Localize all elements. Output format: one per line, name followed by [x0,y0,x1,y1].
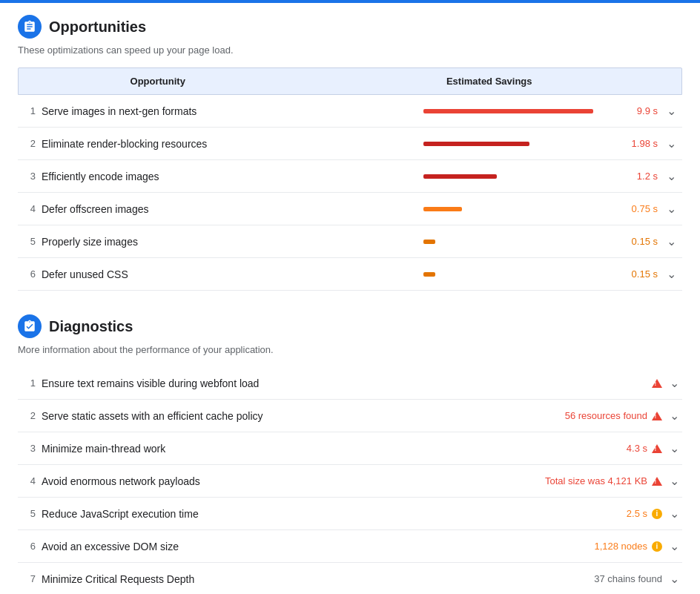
diag-label: Reduce JavaScript execution time [42,508,534,520]
diag-label: Minimize Critical Requests Depth [42,573,534,585]
expand-button[interactable]: ⌄ [667,409,682,423]
info-icon: i [652,509,662,519]
savings-bar-wrap [423,272,616,277]
diag-right: ⌄ [534,376,682,390]
expand-button[interactable]: ⌄ [667,441,682,455]
diag-row: 4 Avoid enormous network payloads Total … [18,465,682,498]
row-savings: 9.9 s ⌄ [294,104,682,118]
diag-row: 5 Reduce JavaScript execution time 2.5 s… [18,498,682,530]
opportunities-header: Opportunities [18,15,682,39]
row-savings: 0.15 s ⌄ [294,234,682,248]
expand-button[interactable]: ⌄ [667,376,682,390]
expand-button[interactable]: ⌄ [667,572,682,586]
diagnostics-subtitle: More information about the performance o… [18,344,682,355]
savings-bar-wrap [423,174,616,179]
row-savings: 1.98 s ⌄ [294,136,682,151]
savings-bar [423,174,497,179]
row-label: Serve images in next-gen formats [42,105,294,117]
row-number: 4 [18,475,42,486]
opportunities-title: Opportunities [49,19,146,36]
diag-label: Minimize main-thread work [42,443,534,455]
warning-icon [652,412,662,420]
warning-icon [652,477,662,486]
row-number: 7 [18,573,42,584]
savings-value: 0.15 s [622,236,658,247]
savings-value: 9.9 s [622,105,658,116]
expand-button[interactable]: ⌄ [664,136,679,151]
diag-label: Avoid enormous network payloads [42,475,534,487]
row-number: 6 [18,268,42,280]
row-label: Defer offscreen images [42,203,294,215]
opportunities-icon [18,15,42,39]
savings-bar-wrap [423,240,616,244]
opportunities-table-header: Opportunity Estimated Savings [18,67,682,95]
opportunity-row: 6 Defer unused CSS 0.15 s ⌄ [18,258,682,291]
savings-value: 1.98 s [622,138,658,149]
row-savings: 0.15 s ⌄ [294,267,682,281]
opportunity-row: 5 Properly size images 0.15 s ⌄ [18,225,682,258]
savings-bar-wrap [423,109,616,113]
warning-icon [652,444,662,453]
savings-bar-wrap [423,142,616,146]
row-label: Properly size images [42,236,294,248]
diagnostics-title: Diagnostics [49,318,133,335]
savings-bar-wrap [423,207,616,211]
diagnostics-icon [18,314,42,338]
opportunities-table: Opportunity Estimated Savings 1 Serve im… [18,67,682,291]
info-icon: i [652,541,662,552]
diag-value: 37 chains found [594,573,662,584]
diag-value: 1,128 nodes [594,541,647,552]
diag-right: 2.5 s i ⌄ [534,506,682,521]
savings-bar [423,109,593,113]
row-label: Defer unused CSS [42,268,294,280]
diag-right: 56 resources found ⌄ [534,409,682,423]
expand-button[interactable]: ⌄ [664,104,679,118]
row-savings: 1.2 s ⌄ [294,169,682,183]
diag-row: 2 Serve static assets with an efficient … [18,400,682,432]
expand-button[interactable]: ⌄ [664,267,679,281]
row-number: 3 [18,171,42,182]
row-number: 1 [18,105,42,116]
opportunity-row: 4 Defer offscreen images 0.75 s ⌄ [18,193,682,225]
expand-button[interactable]: ⌄ [667,539,682,553]
diag-right: 4.3 s ⌄ [534,441,682,455]
diag-label: Serve static assets with an efficient ca… [42,410,534,422]
diag-label: Avoid an excessive DOM size [42,541,534,552]
diag-right: Total size was 4,121 KB ⌄ [534,474,682,488]
diag-right: 1,128 nodes i ⌄ [534,539,682,553]
diagnostics-header: Diagnostics [18,314,682,338]
savings-bar [423,272,435,277]
expand-button[interactable]: ⌄ [664,202,679,216]
savings-bar [423,240,435,244]
row-number: 2 [18,138,42,149]
diag-right: 37 chains found ⌄ [534,572,682,586]
row-number: 5 [18,236,42,247]
diag-row: 7 Minimize Critical Requests Depth 37 ch… [18,563,682,594]
diag-value: 2.5 s [627,508,647,519]
row-label: Efficiently encode images [42,171,294,182]
savings-bar [423,207,462,211]
opportunity-row: 2 Eliminate render-blocking resources 1.… [18,128,682,160]
savings-value: 0.15 s [622,268,658,280]
savings-value: 1.2 s [622,171,658,182]
row-number: 2 [18,410,42,421]
expand-button[interactable]: ⌄ [667,474,682,488]
diag-row: 6 Avoid an excessive DOM size 1,128 node… [18,530,682,563]
diag-value: 4.3 s [627,443,647,454]
row-savings: 0.75 s ⌄ [294,202,682,216]
row-number: 4 [18,203,42,214]
savings-bar [423,142,529,146]
opportunity-row: 3 Efficiently encode images 1.2 s ⌄ [18,160,682,193]
opportunity-row: 1 Serve images in next-gen formats 9.9 s… [18,95,682,128]
diag-value: 56 resources found [565,410,647,421]
expand-button[interactable]: ⌄ [664,169,679,183]
clipboard-check-icon [23,320,36,333]
col-opportunity-header: Opportunity [19,68,297,94]
expand-button[interactable]: ⌄ [667,506,682,521]
diag-value: Total size was 4,121 KB [545,475,647,486]
expand-button[interactable]: ⌄ [664,234,679,248]
opportunities-subtitle: These optimizations can speed up your pa… [18,44,682,56]
diag-label: Ensure text remains visible during webfo… [42,377,534,389]
clipboard-icon [23,20,36,33]
diag-row: 3 Minimize main-thread work 4.3 s ⌄ [18,432,682,465]
